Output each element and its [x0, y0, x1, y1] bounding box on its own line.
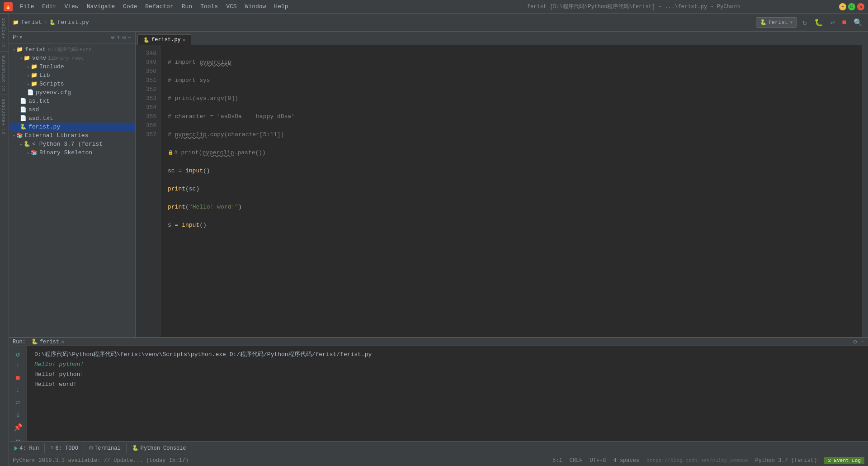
- hide-panel-icon[interactable]: –: [861, 338, 864, 346]
- sidebar-item-favorites[interactable]: 2: Favorites: [0, 95, 9, 138]
- tree-label-ferist: ferist: [25, 46, 46, 53]
- menu-navigate[interactable]: Navigate: [83, 2, 118, 11]
- tree-item-include[interactable]: ▸ 📁 Include: [9, 62, 135, 71]
- collapse-icon[interactable]: ⬆: [117, 33, 120, 41]
- add-icon[interactable]: ⊕: [111, 33, 114, 41]
- event-log-button[interactable]: 2 Event Log: [824, 457, 864, 464]
- menu-file[interactable]: File: [16, 2, 38, 11]
- stop-run-button[interactable]: ■: [16, 374, 20, 382]
- minimize-button[interactable]: –: [839, 3, 846, 10]
- tree-item-scripts[interactable]: ▸ 📁 Scripts: [9, 80, 135, 88]
- status-python-version[interactable]: Python 3.7 (ferist): [755, 457, 817, 464]
- run-panel-controls: ⚙ –: [853, 338, 864, 346]
- terminal-tool-tab[interactable]: ⊡ Terminal: [84, 443, 127, 453]
- run-output: D:\程序代码\Python程序代码\ferist\venv\Scripts\p…: [27, 346, 868, 448]
- menu-refactor[interactable]: Refactor: [142, 2, 177, 11]
- menu-window[interactable]: Window: [241, 2, 270, 11]
- breadcrumb: 📁 ferist › 🐍 ferist.py: [13, 19, 89, 26]
- run-tab-close[interactable]: ✕: [61, 338, 64, 345]
- menu-tools[interactable]: Tools: [197, 2, 222, 11]
- sidebar-item-project[interactable]: 1: Project: [0, 14, 9, 51]
- tree-label-lib: Lib: [39, 72, 50, 79]
- editor-area: Pr▾ ⊕ ⬆ ⚙ – ▾ 📁 ferist D:\程序代码\Pyth: [9, 32, 868, 337]
- tree-label-external: External Libraries: [25, 132, 88, 139]
- tree-item-ferist[interactable]: ▾ 📁 ferist D:\程序代码\Pyth: [9, 45, 135, 54]
- close-button[interactable]: ✕: [857, 3, 864, 10]
- wrap-button[interactable]: ⇌: [16, 398, 20, 407]
- settings-icon[interactable]: ⚙: [122, 33, 126, 41]
- tab-close-icon[interactable]: ✕: [183, 37, 186, 43]
- tree-label-asd: asd: [28, 106, 39, 113]
- line-numbers: 348 349 350 351 352 353 354 355 356 357: [136, 45, 160, 337]
- main-layout: 1: Project 2: Structure 2: Favorites 📁 f…: [0, 14, 868, 466]
- sidebar-item-structure[interactable]: 2: Structure: [0, 51, 9, 95]
- tree-item-asdtxt[interactable]: 📄 asd.txt: [9, 114, 135, 123]
- menu-edit[interactable]: Edit: [38, 2, 60, 11]
- breadcrumb-separator: ›: [44, 19, 47, 26]
- settings-icon[interactable]: ⚙: [853, 338, 857, 346]
- tab-label: ferist.py: [151, 37, 181, 43]
- sidebar-header: Pr▾ ⊕ ⬆ ⚙ –: [9, 32, 135, 43]
- hide-icon[interactable]: –: [128, 33, 132, 41]
- run-output-line-1: Hello! python!: [34, 360, 861, 370]
- status-right: 5:1 CRLF UTF-8 4 spaces https://blog.csd…: [552, 457, 864, 464]
- tree-item-pyvenv[interactable]: 📄 pyvenv.cfg: [9, 88, 135, 97]
- refresh-button[interactable]: ↻: [801, 17, 809, 28]
- bottom-tool-tabs: 4: Run ≡ 6: TODO ⊡ Terminal 🐍 Python Con…: [9, 441, 868, 455]
- run-command-path: D:\程序代码\Python程序代码\ferist\venv\Scripts\p…: [34, 350, 861, 360]
- window-title: ferist [D:\程序代码\Python程序代码\ferist] - ...…: [428, 3, 839, 10]
- todo-tool-tab[interactable]: ≡ 6: TODO: [45, 443, 84, 453]
- run-config-selector[interactable]: 🐍 ferist ▾: [756, 17, 797, 28]
- scrollbar[interactable]: [862, 45, 868, 337]
- maximize-button[interactable]: □: [848, 3, 855, 10]
- status-position[interactable]: 5:1: [552, 457, 562, 464]
- search-button[interactable]: 🔍: [852, 17, 864, 28]
- run-tab-ferist[interactable]: 🐍 ferist ✕: [31, 338, 64, 345]
- code-content[interactable]: # import pyperclip # import sys # print(…: [160, 45, 862, 337]
- rerun-button[interactable]: ↺: [16, 350, 20, 359]
- coverage-button[interactable]: ↩: [829, 17, 837, 28]
- run-output-area: ↺ ↑ ■ ↓ ⇌ ⤓ 📌 ⋯ D:\程序代码\Python程序代码\feris…: [9, 346, 868, 448]
- stop-button[interactable]: ■: [840, 18, 848, 28]
- editor-tabs: 🐍 ferist.py ✕: [136, 32, 868, 45]
- tree-item-lib[interactable]: ▸ 📁 Lib: [9, 71, 135, 80]
- menu-run[interactable]: Run: [178, 2, 196, 11]
- panel-title: Pr▾: [13, 34, 109, 41]
- status-indent[interactable]: 4 spaces: [613, 457, 640, 464]
- debug-button[interactable]: 🐛: [812, 17, 825, 28]
- menu-vcs[interactable]: VCS: [222, 2, 240, 11]
- tree-label-astxt: as.txt: [28, 98, 50, 105]
- run-icon: [14, 446, 18, 451]
- run-tab-label: ferist: [40, 339, 59, 345]
- scroll-to-end-button[interactable]: ⤓: [15, 410, 21, 419]
- tree-label-binary: Binary Skeleton: [39, 149, 92, 156]
- status-encoding[interactable]: UTF-8: [590, 457, 606, 464]
- tree-item-asd[interactable]: 📄 asd: [9, 105, 135, 114]
- tree-label-python37: < Python 3.7 (ferist: [32, 141, 103, 147]
- menu-view[interactable]: View: [61, 2, 82, 11]
- tab-feristpy[interactable]: 🐍 ferist.py ✕: [137, 34, 191, 45]
- tree-item-feristpy[interactable]: 🐍 ferist.py: [9, 123, 135, 131]
- menu-help[interactable]: Help: [270, 2, 292, 11]
- app-icon: 🔥: [4, 2, 13, 11]
- run-tool-tab[interactable]: 4: Run: [9, 443, 45, 453]
- toolbar-right: 🐍 ferist ▾ ↻ 🐛 ↩ ■ 🔍: [756, 17, 864, 28]
- project-tree: ▾ 📁 ferist D:\程序代码\Pyth ▾ 📁 venv library…: [9, 43, 135, 337]
- status-bar: PyCharm 2019.3.3 available: // Update...…: [9, 455, 868, 466]
- run-config-label: ferist: [769, 19, 788, 26]
- tree-item-astxt[interactable]: 📄 as.txt: [9, 97, 135, 105]
- scroll-up-button[interactable]: ↑: [16, 362, 20, 371]
- pin-button[interactable]: 📌: [14, 423, 23, 432]
- status-update-text: PyCharm 2019.3.3 available: // Update...…: [13, 457, 545, 464]
- todo-tool-tab-label: 6: TODO: [55, 445, 78, 452]
- tree-item-python37[interactable]: ▸ 🐍 < Python 3.7 (ferist: [9, 140, 135, 148]
- tree-item-venv[interactable]: ▾ 📁 venv library root: [9, 54, 135, 62]
- scroll-down-button[interactable]: ↓: [16, 386, 20, 394]
- python-console-icon: 🐍: [132, 445, 139, 452]
- tree-item-binary[interactable]: ▸ 📚 Binary Skeleton: [9, 148, 135, 157]
- tree-item-external[interactable]: ▾ 📚 External Libraries: [9, 131, 135, 140]
- python-console-tool-tab[interactable]: 🐍 Python Console: [127, 443, 192, 453]
- window-controls: – □ ✕: [839, 3, 864, 10]
- menu-code[interactable]: Code: [119, 2, 141, 11]
- status-line-ending[interactable]: CRLF: [570, 457, 583, 464]
